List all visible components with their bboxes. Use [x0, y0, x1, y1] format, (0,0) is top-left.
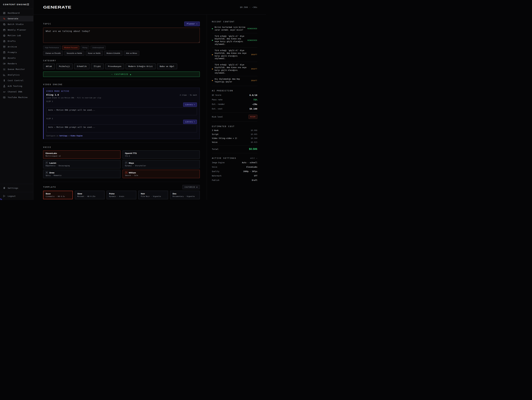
edit-settings-link[interactable]: edit →	[250, 157, 257, 159]
setting-label: Image Engine	[212, 161, 225, 164]
recent-content-item[interactable]: Türk erkeği 'güçlü ol' diye büyütüldü. A…	[212, 62, 257, 76]
sidebar: CONTENT ENGINE Dashboard Generate Batch …	[0, 0, 33, 200]
sidebar-item-label: Dashboard	[8, 12, 20, 14]
cost-item-value: $0.015	[251, 141, 257, 143]
category-provokasyon[interactable]: Provokasyon	[105, 64, 124, 69]
setting-value: 1080p · 30fps	[243, 170, 257, 173]
voice-lauren[interactable]: F Lauren Empathetic · Encouraging	[43, 160, 120, 168]
template-desc: Cinematic · KB 0.5x	[46, 195, 70, 197]
bar-chart-icon	[3, 74, 6, 76]
status-dot	[212, 69, 213, 70]
chip-underexplored[interactable]: Underexplored	[90, 45, 106, 50]
customize-collapse-button[interactable]: − CUSTOMIZE ▲	[43, 71, 200, 77]
engine-helper-text: Leave blank to use Motion DNA · Fill to …	[46, 97, 197, 99]
sidebar-item-label: Analytics	[8, 74, 20, 76]
sidebar-item-label: Logout	[8, 195, 16, 197]
page-title: GENERATE	[43, 5, 71, 9]
sidebar-item-cost-control[interactable]: Cost Control	[0, 78, 33, 83]
sidebar-item-settings[interactable]: Settings	[0, 184, 33, 192]
chip-wisdom-focused[interactable]: Wisdom Focused	[62, 45, 79, 50]
recent-content-list: Birini kurtarmak için birine zarar verme…	[212, 24, 257, 85]
clip-2-prompt-input[interactable]	[46, 124, 197, 132]
sidebar-item-youtube-machine[interactable]: YouTube Machine	[0, 95, 33, 100]
suggestion-chip[interactable]: Zaman ve Öncelik	[43, 51, 63, 56]
checklist-icon	[3, 68, 6, 71]
sidebar-item-archive[interactable]: Archive	[0, 44, 33, 50]
sidebar-item-analytics[interactable]: Analytics	[0, 72, 33, 78]
sidebar-item-generate[interactable]: Generate	[0, 16, 33, 21]
book-icon	[3, 51, 6, 54]
provider-openai-tts[interactable]: OpenAI TTS tts-1	[123, 150, 200, 159]
sidebar-item-prompts[interactable]: Prompts	[0, 50, 33, 55]
risk-level-badge: HIGH	[248, 115, 258, 119]
suggestion-chip[interactable]: Modern Erkeklik	[104, 51, 122, 56]
sidebar-item-weekly-planner[interactable]: Weekly Planner	[0, 27, 33, 33]
recent-content-item[interactable]: Türk erkeği 'güçlü ol' diye büyütüldü. A…	[212, 33, 257, 48]
recent-content-item[interactable]: Hiç Söylemediği Ama Hep Yaşattığı Şeyler…	[212, 76, 257, 85]
sidebar-item-drafts[interactable]: Drafts	[0, 38, 33, 44]
voice-section-label: VOICE	[43, 146, 200, 148]
category-modern-erkegin-krizi[interactable]: Modern Erkeğin Krizi	[126, 64, 156, 69]
sidebar-item-label: A/B Testing	[8, 85, 22, 87]
voice-name: Maya	[129, 162, 134, 164]
template-pulse[interactable]: Pulse Dynamic · Grain	[107, 191, 136, 199]
template-options: Base Cinematic · KB 0.5x Slow Minimal · …	[43, 191, 200, 199]
category-psikoloji[interactable]: Psikoloji	[56, 64, 73, 69]
sidebar-item-motion-lab[interactable]: Motion Lab	[0, 33, 33, 38]
est-render-value: ~29s	[252, 103, 257, 105]
chip-rising[interactable]: Rising	[81, 45, 89, 50]
sidebar-item-queue-monitor[interactable]: Queue Monitor	[0, 66, 33, 72]
configure-prefix: Configure in	[46, 135, 59, 137]
template-base[interactable]: Base Cinematic · KB 0.5x	[43, 191, 73, 199]
template-noir[interactable]: Noir Film Noir · Vignette	[138, 191, 168, 199]
dollar-icon	[3, 79, 6, 82]
settings-video-engine-link[interactable]: Settings → Video Engine	[59, 135, 82, 137]
sidebar-item-assets[interactable]: Assets	[0, 55, 33, 61]
suggestion-chip[interactable]: Sessizlik ve Netlik	[64, 51, 84, 56]
category-ahlak[interactable]: Ahlak	[43, 64, 55, 69]
hamburger-menu-icon[interactable]	[27, 4, 29, 5]
strategy-chips: High Performance Wisdom Focused Rising U…	[43, 45, 200, 50]
suggestion-chip[interactable]: Karar ve Netlik	[86, 51, 103, 56]
status-badge: RENDERED	[248, 39, 257, 41]
clip-1-label: CLIP 1	[46, 100, 197, 102]
template-customize-button[interactable]: CUSTOMIZE ▼	[183, 185, 200, 189]
sidebar-item-channel-dna[interactable]: Channel DNA	[0, 89, 33, 95]
clip-2-library-button[interactable]: Library →	[183, 120, 197, 124]
total-label: Total	[212, 148, 219, 150]
template-doc[interactable]: Doc Documentary · Vignette	[170, 191, 200, 199]
content-title: Türk erkeği 'güçlü ol' diye büyütüldü. A…	[215, 64, 249, 74]
cost-item-value: $0.006	[251, 129, 257, 131]
sidebar-item-dashboard[interactable]: Dashboard	[0, 10, 33, 16]
clip-1-library-button[interactable]: Library →	[183, 103, 197, 107]
template-name: Slow	[77, 193, 102, 195]
sidebar-item-label: Archive	[8, 45, 17, 48]
suggestion-chip[interactable]: Aile ve Miras	[124, 51, 139, 56]
voice-maya[interactable]: F Maya Dynamic · Storyteller	[123, 160, 200, 168]
voice-william[interactable]: M William Smooth · Calm	[123, 170, 200, 178]
provider-name: OpenAI TTS	[125, 152, 197, 155]
category-erkeklik[interactable]: Erkeklik	[74, 64, 89, 69]
clip-1-prompt-input[interactable]	[46, 107, 197, 115]
topic-input[interactable]	[43, 28, 200, 43]
setting-label: Voice	[212, 166, 217, 168]
planner-button[interactable]: Planner →	[184, 22, 200, 26]
voice-drew[interactable]: M Drew Spicy · Romantic	[43, 170, 120, 178]
sidebar-item-logout[interactable]: Logout	[0, 192, 33, 200]
recent-content-item[interactable]: Türk erkeği 'güçlü ol' diye büyütüldü. A…	[212, 48, 257, 62]
voice-name: Drew	[49, 172, 54, 174]
cost-item-value: $0.005	[251, 133, 257, 135]
template-slow[interactable]: Slow Minimal · KB 0.25x	[75, 191, 105, 199]
setting-label: Watermark	[212, 175, 221, 177]
sidebar-item-batch-studio[interactable]: Batch Studio	[0, 21, 33, 27]
provider-elevenlabs[interactable]: ElevenLabs Multilingual v2	[43, 150, 120, 159]
category-baba-ve-ogul[interactable]: Baba ve Oğul	[157, 64, 177, 69]
sidebar-item-renders[interactable]: Renders	[0, 61, 33, 66]
sidebar-item-ab-testing[interactable]: A/B Testing	[0, 83, 33, 89]
gender-badge: M	[125, 171, 127, 174]
sidebar-item-label: Channel DNA	[8, 90, 22, 93]
category-iliski[interactable]: İlişki	[91, 64, 104, 69]
recent-content-item[interactable]: Birini kurtarmak için birine zarar verme…	[212, 24, 257, 33]
voice-desc: Dynamic · Storyteller	[125, 165, 197, 167]
chip-high-performance[interactable]: High Performance	[43, 45, 61, 50]
